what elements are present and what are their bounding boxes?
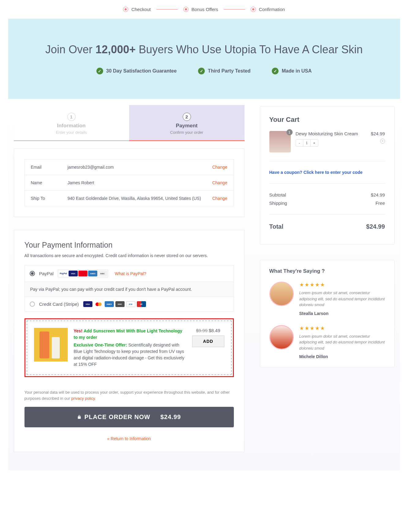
qty-value: 1 <box>303 140 311 146</box>
step-bonus-offers[interactable]: Bonus Offers <box>183 7 218 12</box>
shipping-row: ShippingFree <box>269 200 385 206</box>
step-confirmation[interactable]: Confirmation <box>251 7 285 12</box>
payment-card: Your Payment Information All transaction… <box>14 230 245 452</box>
badge-guarantee: ✓ 30 Day Satisfaction Guarantee <box>96 68 177 74</box>
stripe-card-icons: VISA AMEX DISC JCB UP <box>83 301 146 307</box>
badge-tested: ✓ Third Party Tested <box>198 68 250 74</box>
change-shipto-link[interactable]: Change <box>212 196 227 201</box>
badge-made-in-usa: ✓ Made in USA <box>272 68 312 74</box>
step-label: Confirmation <box>259 7 285 12</box>
hero-banner: Join Over 12,000+ Buyers Who Use Utopia … <box>8 19 400 99</box>
check-icon: ✓ <box>96 68 103 74</box>
bump-product-image <box>34 328 68 362</box>
testimonial-item: ★★★★★ Lorem ipsum dolor sit amet, consec… <box>269 325 385 359</box>
testimonial-item: ★★★★★ Lorem ipsum dolor sit amet, consec… <box>269 282 385 316</box>
star-rating-icon: ★★★★★ <box>299 325 385 332</box>
remove-item-button[interactable]: ✕ <box>380 139 385 144</box>
cart-item-name: Dewy Moisturizing Skin Cream <box>296 131 366 136</box>
payment-method-paypal[interactable]: PayPal PayPal VISA AMEX DISC What is Pay… <box>25 265 234 282</box>
avatar <box>269 282 294 306</box>
bump-add-button[interactable]: ADD <box>192 335 224 347</box>
payment-note: All transactions are secure and encrypte… <box>24 253 234 259</box>
step-label: Bonus Offers <box>192 7 218 12</box>
checkout-stepper: Checkout Bonus Offers Confirmation <box>8 0 400 19</box>
radio-icon <box>30 271 35 276</box>
testimonials-heading: What They're Saying ? <box>269 268 385 274</box>
coupon-toggle[interactable]: Have a coupon? Click here to enter your … <box>269 170 385 175</box>
privacy-policy-link[interactable]: privacy policy <box>71 396 95 401</box>
hero-title: Join Over 12,000+ Buyers Who Use Utopia … <box>14 43 394 56</box>
checkout-tabs: 1 Information Enter your details 2 Payme… <box>14 105 245 140</box>
step-divider <box>156 9 178 9</box>
bump-price: $9.99$8.49 <box>192 328 224 333</box>
tab-payment[interactable]: 2 Payment Confirm your order <box>129 105 245 140</box>
avatar <box>269 325 294 350</box>
qty-decrease-button[interactable]: - <box>296 140 303 146</box>
change-name-link[interactable]: Change <box>212 180 227 185</box>
return-to-information-link[interactable]: « Return to Information <box>107 436 151 441</box>
paypal-card-icons: PayPal VISA AMEX DISC <box>58 270 108 277</box>
cart-item-image: 1 <box>269 131 291 152</box>
summary-email-row: Email jamesrob23@gmail.com Change <box>25 159 234 175</box>
summary-shipto-row: Ship To 940 East Goldendale Drive, Wasil… <box>25 191 234 206</box>
cart-panel: Your Cart 1 Dewy Moisturizing Skin Cream… <box>260 106 395 245</box>
change-email-link[interactable]: Change <box>212 165 227 170</box>
step-divider <box>224 9 245 9</box>
what-is-paypal-link[interactable]: What is PayPal? <box>115 271 146 276</box>
place-order-button[interactable]: PLACE ORDER NOW $24.99 <box>24 407 234 427</box>
privacy-notice: Your personal data will be used to proce… <box>24 389 234 401</box>
testimonials-panel: What They're Saying ? ★★★★★ Lorem ipsum … <box>260 260 395 367</box>
radio-icon <box>30 302 35 307</box>
cart-item: 1 Dewy Moisturizing Skin Cream - 1 + $24… <box>269 131 385 152</box>
payment-method-stripe[interactable]: Credit Card (Stripe) VISA AMEX DISC JCB … <box>25 297 234 311</box>
step-label: Checkout <box>131 7 151 12</box>
total-row: Total$24.99 <box>269 223 385 230</box>
payment-heading: Your Payment Information <box>24 241 234 249</box>
quantity-stepper: - 1 + <box>296 139 318 147</box>
cart-heading: Your Cart <box>269 116 385 124</box>
step-checkout[interactable]: Checkout <box>123 7 151 12</box>
check-icon: ✓ <box>198 68 205 74</box>
qty-increase-button[interactable]: + <box>311 140 318 146</box>
paypal-description: Pay via PayPal; you can pay with your cr… <box>25 282 234 297</box>
subtotal-row: Subtotal$24.99 <box>269 192 385 197</box>
lock-icon <box>77 414 81 420</box>
cart-item-qty-badge: 1 <box>286 129 293 135</box>
check-icon: ✓ <box>272 68 279 74</box>
star-rating-icon: ★★★★★ <box>299 282 385 288</box>
order-summary-card: Email jamesrob23@gmail.com Change Name J… <box>14 148 245 217</box>
tab-information[interactable]: 1 Information Enter your details <box>14 105 129 140</box>
order-bump: Yes! Add Sunscreen Mist With Blue Light … <box>24 318 234 377</box>
summary-name-row: Name James Robert Change <box>25 175 234 191</box>
cart-item-price: $24.99 <box>371 131 385 136</box>
